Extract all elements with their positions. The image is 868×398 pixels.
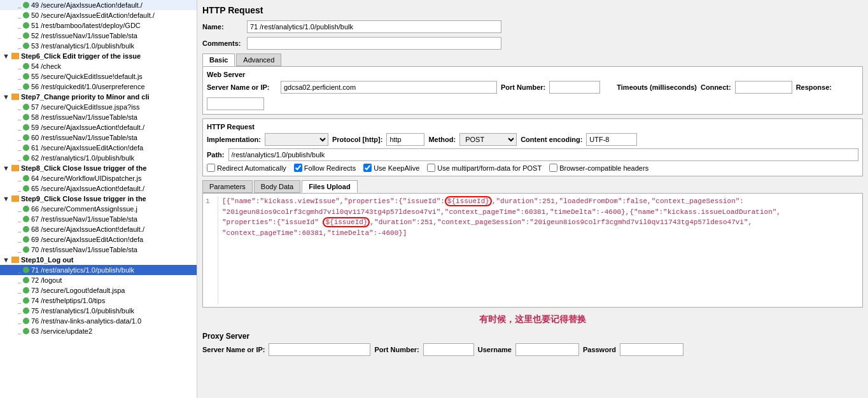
tree-group-item[interactable]: ▼Step7_Change priority to Minor and cli [0,92,197,102]
tree-leaf-item[interactable]: ⎯65 /secure/AjaxIssueActiont!default./ [0,183,197,194]
folder-icon [11,257,19,263]
tab-advanced[interactable]: Advanced [236,53,281,66]
response-input[interactable] [207,97,264,110]
server-name-input[interactable] [281,81,497,94]
bullet-icon: ⎯ [18,114,21,120]
bullet-icon: ⎯ [18,22,21,29]
tree-group-item[interactable]: ▼Step6_Click Edit trigger of the issue [0,51,197,61]
tree-leaf-item[interactable]: ⎯74 /rest/helptips/1.0/tips [0,295,197,306]
status-icon [23,83,29,90]
browser-compat-checkbox[interactable]: Browser-compatible headers [549,164,648,172]
redirect-auto-label: Redirect Automatically [217,164,286,172]
port-input[interactable] [549,81,600,94]
server-name-label: Server Name or IP: [207,83,277,91]
proxy-port-input[interactable] [423,343,474,356]
status-icon [23,12,29,18]
tree-leaf-item[interactable]: ⎯64 /secure/WorkflowUIDispatcher.js [0,173,197,183]
multipart-check[interactable] [427,164,435,172]
multipart-checkbox[interactable]: Use multipart/form-data for POST [427,164,542,172]
proxy-section: Proxy Server Server Name or IP: Port Num… [202,332,863,356]
leaf-label: 70 /rest/issueNav/1/issueTable/sta [31,246,137,253]
code-area[interactable]: 1 [{"name":"kickass.viewIssue","properti… [202,193,863,308]
sub-tab-files-upload[interactable]: Files Upload [302,180,357,193]
bullet-icon: ⎯ [18,12,21,18]
tree-leaf-item[interactable]: ⎯76 /rest/nav-links-analytics-data/1.0 [0,316,197,326]
proxy-server-input[interactable] [269,343,370,356]
bullet-icon: ⎯ [18,63,21,69]
bullet-icon: ⎯ [18,216,21,222]
connect-input[interactable] [735,81,792,94]
sub-tab-body-data[interactable]: Body Data [254,180,300,193]
tree-group-item[interactable]: ▼Step10_Log out [0,255,197,265]
bullet-icon: ⎯ [18,277,21,283]
tree-leaf-item[interactable]: ⎯67 /rest/issueNav/1/issueTable/sta [0,214,197,224]
response-label: Response: [796,83,832,91]
tree-group-item[interactable]: ▼Step9_Click Close Issue trigger in the [0,194,197,204]
bullet-icon: ⎯ [18,155,21,161]
sub-tab-parameters[interactable]: Parameters [202,180,253,193]
leaf-label: 55 /secure/QuickEditIssue!default.js [31,73,143,80]
tree-leaf-item[interactable]: ⎯71 /rest/analytics/1.0/publish/bulk [0,265,197,275]
status-icon [23,43,29,49]
tree-leaf-item[interactable]: ⎯52 /rest/issueNav/1/issueTable/sta [0,31,197,41]
tree-leaf-item[interactable]: ⎯59 /secure/AjaxIssueActiont!default./ [0,122,197,132]
path-label: Path: [207,151,225,159]
tree-leaf-item[interactable]: ⎯68 /secure/AjaxIssueActiont!default./ [0,224,197,234]
tree-leaf-item[interactable]: ⎯70 /rest/issueNav/1/issueTable/sta [0,245,197,255]
tree-leaf-item[interactable]: ⎯72 /logout [0,275,197,285]
proxy-password-input[interactable] [620,343,683,356]
tab-basic[interactable]: Basic [202,53,235,66]
name-input[interactable] [247,20,501,33]
bullet-icon: ⎯ [18,236,21,243]
implementation-select[interactable] [265,133,328,146]
name-row: Name: [202,20,863,33]
tree-leaf-item[interactable]: ⎯57 /secure/QuickEditIssue.jspa?iss [0,102,197,112]
encoding-input[interactable] [586,133,637,146]
keepalive-label: Use KeepAlive [374,164,419,172]
path-input[interactable] [228,148,859,161]
tree-leaf-item[interactable]: ⎯54 /check [0,61,197,71]
keepalive-check[interactable] [363,164,372,172]
tree-leaf-item[interactable]: ⎯60 /rest/issueNav/1/issueTable/sta [0,132,197,143]
redirect-auto-checkbox[interactable]: Redirect Automatically [207,164,286,172]
leaf-label: 50 /secure/AjaxIssueEditAction!default./ [31,11,155,19]
http-request-grid: Implementation: Protocol [http]: Method:… [207,133,858,146]
comments-input[interactable] [247,37,501,50]
status-icon [23,145,29,151]
browser-compat-check[interactable] [549,164,557,172]
code-content[interactable]: [{"name":"kickass.viewIssue","properties… [222,196,860,304]
bullet-icon: ⎯ [18,267,21,273]
protocol-input[interactable] [386,133,424,146]
leaf-label: 66 /secure/CommentAssignIssue.j [31,205,137,213]
tree-leaf-item[interactable]: ⎯61 /secure/AjaxIssueEditAction!defa [0,143,197,153]
left-panel: ⎯49 /secure/AjaxIssueAction!default./⎯50… [0,0,197,398]
expand-icon: ▼ [3,195,10,203]
method-select[interactable]: POST GET [459,133,517,146]
tree-leaf-item[interactable]: ⎯55 /secure/QuickEditIssue!default.js [0,71,197,82]
proxy-username-input[interactable] [515,343,579,356]
status-icon [23,226,29,232]
expand-icon: ▼ [3,93,10,101]
tree-leaf-item[interactable]: ⎯63 /service/update2 [0,326,197,336]
bullet-icon: ⎯ [18,104,21,110]
tree-leaf-item[interactable]: ⎯51 /rest/bamboo/latest/deploy/GDC [0,20,197,31]
tree-leaf-item[interactable]: ⎯69 /secure/AjaxIssueEditAction!defa [0,234,197,245]
status-icon [23,22,29,29]
tree-leaf-item[interactable]: ⎯66 /secure/CommentAssignIssue.j [0,204,197,214]
tree-leaf-item[interactable]: ⎯50 /secure/AjaxIssueEditAction!default.… [0,10,197,20]
leaf-label: 62 /rest/analytics/1.0/publish/bulk [31,154,134,162]
tree-leaf-item[interactable]: ⎯53 /rest/analytics/1.0/publish/bulk [0,41,197,51]
port-label: Port Number: [501,83,545,91]
keepalive-checkbox[interactable]: Use KeepAlive [363,164,419,172]
follow-redirects-check[interactable] [294,164,302,172]
tree-group-item[interactable]: ▼Step8_Click Close Issue trigger of the [0,163,197,173]
tree-leaf-item[interactable]: ⎯49 /secure/AjaxIssueAction!default./ [0,0,197,10]
tree-leaf-item[interactable]: ⎯73 /secure/Logout!default.jspa [0,285,197,295]
tree-leaf-item[interactable]: ⎯75 /rest/analytics/1.0/publish/bulk [0,306,197,316]
bullet-icon: ⎯ [18,73,21,80]
tree-leaf-item[interactable]: ⎯62 /rest/analytics/1.0/publish/bulk [0,153,197,163]
tree-leaf-item[interactable]: ⎯56 /rest/quickedit/1.0/userpreference [0,82,197,92]
tree-leaf-item[interactable]: ⎯58 /rest/issueNav/1/issueTable/sta [0,112,197,122]
redirect-auto-check[interactable] [207,164,215,172]
follow-redirects-checkbox[interactable]: Follow Redirects [294,164,356,172]
